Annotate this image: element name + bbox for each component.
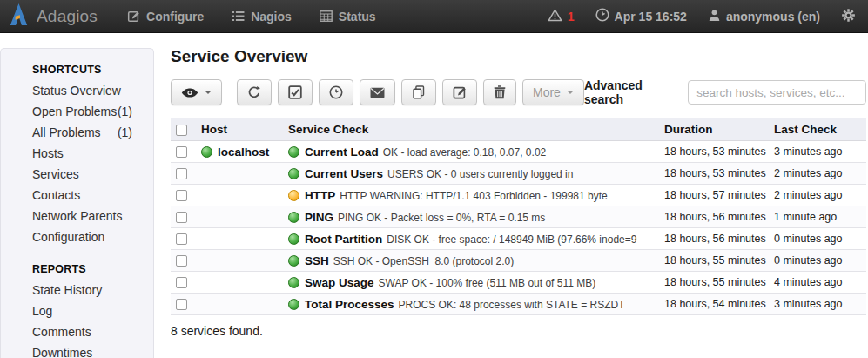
- service-detail: SSH OK - OpenSSH_8.0 (protocol 2.0): [333, 255, 514, 267]
- send-notification-button[interactable]: [360, 79, 395, 105]
- search-input[interactable]: [688, 80, 866, 105]
- row-checkbox[interactable]: [176, 168, 187, 179]
- check-square-icon: [288, 85, 302, 99]
- service-detail: PING OK - Packet loss = 0%, RTA = 0.15 m…: [338, 212, 545, 224]
- service-detail: PROCS OK: 48 processes with STATE = RSZD…: [399, 299, 625, 311]
- datetime-label: Apr 15 16:52: [615, 10, 687, 24]
- sidebar-section-shortcuts: SHORTCUTS: [1, 60, 153, 80]
- brand[interactable]: Adagios: [9, 3, 98, 30]
- service-detail: USERS OK - 0 users currently logged in: [387, 168, 573, 180]
- toolbar: More Advanced search: [171, 78, 866, 106]
- trash-icon: [494, 85, 506, 99]
- service-detail: DISK OK - free space: / 148949 MiB (97.6…: [387, 233, 636, 246]
- sidebar-item-status-overview[interactable]: Status Overview: [1, 80, 153, 101]
- row-checkbox[interactable]: [176, 255, 187, 267]
- nav-configure-label: Configure: [146, 10, 204, 24]
- duration-cell: 18 hours, 57 minutes: [659, 185, 769, 206]
- chevron-down-icon: [205, 91, 212, 94]
- schedule-downtime-button[interactable]: [319, 79, 353, 105]
- list-icon: [232, 10, 245, 22]
- table-row[interactable]: Total ProcessesPROCS OK: 48 processes wi…: [171, 294, 866, 315]
- sidebar-item-hosts[interactable]: Hosts: [1, 143, 153, 164]
- duration-cell: 18 hours, 56 minutes: [659, 228, 769, 250]
- table-row[interactable]: Swap UsageSWAP OK - 100% free (511 MB ou…: [171, 272, 866, 294]
- brand-title[interactable]: Adagios: [37, 7, 98, 26]
- table-row[interactable]: HTTPHTTP WARNING: HTTP/1.1 403 Forbidden…: [171, 185, 866, 206]
- row-checkbox[interactable]: [176, 212, 187, 223]
- service-name[interactable]: HTTP: [305, 189, 335, 202]
- copy-icon: [412, 85, 426, 99]
- col-header-host[interactable]: Host: [196, 118, 283, 141]
- duration-cell: 18 hours, 53 minutes: [659, 163, 769, 185]
- col-header-service-check[interactable]: Service Check: [283, 118, 659, 141]
- view-options-button[interactable]: [171, 79, 222, 105]
- service-detail: SWAP OK - 100% free (511 MB out of 511 M…: [379, 277, 596, 289]
- nav-nagios-label: Nagios: [251, 10, 292, 24]
- nav-nagios[interactable]: Nagios: [232, 10, 292, 24]
- envelope-icon: [370, 87, 385, 98]
- sidebar-item-services[interactable]: Services: [1, 164, 153, 185]
- table-row[interactable]: SSHSSH OK - OpenSSH_8.0 (protocol 2.0) 1…: [171, 250, 866, 272]
- last-check-cell: 4 minutes ago: [769, 272, 866, 294]
- select-all-checkbox[interactable]: [176, 125, 187, 136]
- sidebar-section-reports: REPORTS: [1, 260, 153, 280]
- sidebar-item-state-history[interactable]: State History: [1, 280, 153, 301]
- table-row[interactable]: Current UsersUSERS OK - 0 users currentl…: [171, 163, 866, 185]
- service-name[interactable]: Current Users: [305, 167, 383, 180]
- duration-cell: 18 hours, 54 minutes: [659, 294, 769, 315]
- service-name[interactable]: Current Load: [305, 145, 379, 159]
- table-icon: [320, 10, 333, 22]
- last-check-cell: 2 minutes ago: [769, 185, 866, 206]
- sidebar-item-downtimes[interactable]: Downtimes: [1, 342, 153, 358]
- row-checkbox[interactable]: [176, 233, 187, 245]
- nav-configure[interactable]: Configure: [127, 10, 204, 24]
- copy-button[interactable]: [401, 79, 436, 105]
- delete-button[interactable]: [483, 79, 516, 105]
- edit-button[interactable]: [442, 79, 477, 105]
- sidebar-item-all-problems[interactable]: All Problems (1): [1, 122, 153, 143]
- acknowledge-button[interactable]: [278, 79, 313, 105]
- table-row[interactable]: Root PartitionDISK OK - free space: / 14…: [171, 228, 866, 250]
- service-name[interactable]: SSH: [305, 254, 329, 267]
- last-check-cell: 0 minutes ago: [769, 228, 866, 250]
- last-check-cell: 3 minutes ago: [769, 141, 866, 163]
- nav-status-label: Status: [339, 10, 376, 24]
- sidebar-item-comments[interactable]: Comments: [1, 321, 153, 342]
- edit-icon: [127, 10, 140, 23]
- service-name[interactable]: Total Processes: [305, 298, 394, 311]
- sidebar-item-open-problems[interactable]: Open Problems (1): [1, 101, 153, 122]
- duration-cell: 18 hours, 55 minutes: [659, 272, 769, 294]
- more-button[interactable]: More: [522, 79, 584, 105]
- duration-cell: 18 hours, 53 minutes: [659, 141, 769, 163]
- service-detail: HTTP WARNING: HTTP/1.1 403 Forbidden - 1…: [340, 190, 607, 202]
- advanced-search-label[interactable]: Advanced search: [584, 78, 680, 106]
- row-checkbox[interactable]: [176, 299, 187, 310]
- row-checkbox[interactable]: [176, 277, 187, 288]
- service-name[interactable]: PING: [305, 211, 333, 224]
- last-check-cell: 2 minutes ago: [769, 163, 866, 185]
- row-checkbox[interactable]: [176, 146, 187, 158]
- sidebar-item-configuration[interactable]: Configuration: [1, 226, 153, 247]
- last-check-cell: 0 minutes ago: [769, 250, 866, 272]
- sidebar-item-log[interactable]: Log: [1, 301, 153, 321]
- service-status-icon: [288, 168, 299, 179]
- chevron-down-icon: [567, 91, 574, 94]
- row-checkbox[interactable]: [176, 190, 187, 201]
- alerts-indicator[interactable]: 1: [548, 9, 575, 24]
- user-menu[interactable]: anonymous (en): [708, 9, 820, 24]
- all-problems-count: (1): [118, 122, 132, 143]
- col-header-last-check[interactable]: Last Check: [769, 118, 866, 141]
- table-row[interactable]: localhost Current LoadOK - load average:…: [171, 141, 866, 163]
- sidebar-item-network-parents[interactable]: Network Parents: [1, 206, 153, 226]
- service-name[interactable]: Swap Usage: [305, 276, 374, 289]
- table-row[interactable]: PINGPING OK - Packet loss = 0%, RTA = 0.…: [171, 206, 866, 228]
- nav-status[interactable]: Status: [320, 10, 376, 24]
- user-icon: [708, 9, 721, 24]
- sidebar-item-contacts[interactable]: Contacts: [1, 185, 153, 206]
- datetime-indicator[interactable]: Apr 15 16:52: [595, 8, 687, 24]
- settings-button[interactable]: [841, 8, 856, 25]
- refresh-button[interactable]: [237, 79, 272, 105]
- service-name[interactable]: Root Partition: [305, 233, 382, 246]
- col-header-duration[interactable]: Duration: [659, 118, 769, 141]
- host-name[interactable]: localhost: [218, 145, 269, 159]
